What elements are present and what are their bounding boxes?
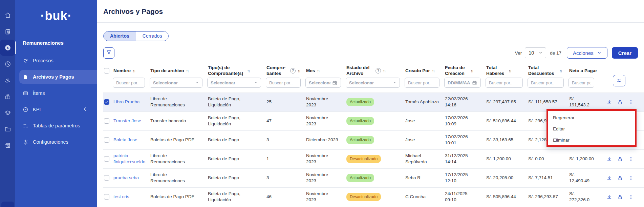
actions-button-label: Acciones xyxy=(573,50,594,56)
sidebar-item--tems[interactable]: Ítems xyxy=(19,86,97,100)
row-checkbox[interactable] xyxy=(104,137,109,143)
sidebar-item-tablas-de-par-metros[interactable]: Tablas de parámetros xyxy=(19,119,97,132)
rail-item-hand-heart[interactable] xyxy=(0,72,15,88)
help-icon[interactable]: ? xyxy=(375,68,381,74)
kebab-icon[interactable] xyxy=(628,99,634,105)
estado-filter-select[interactable]: Seleccionar xyxy=(346,78,400,88)
rail-item-partial[interactable] xyxy=(1,202,14,207)
chevron-left-icon[interactable] xyxy=(82,106,88,113)
page-size-select[interactable]: 10 xyxy=(525,47,546,58)
row-actions xyxy=(600,194,641,200)
chevron-down-icon xyxy=(597,51,601,55)
menu-item-regenerar[interactable]: Regenerar xyxy=(548,112,635,123)
rail-item-clock[interactable] xyxy=(0,56,15,72)
filter-button[interactable] xyxy=(103,47,114,59)
status-badge: Actualizado xyxy=(346,98,374,106)
column-header-nombre: Nombre xyxy=(113,68,131,74)
chevron-down-icon xyxy=(539,51,542,55)
rail-item-home[interactable] xyxy=(0,7,15,23)
annotation-red-box: RegenerarEditarEliminar xyxy=(546,109,637,147)
menu-item-eliminar[interactable]: Eliminar xyxy=(548,134,635,146)
kebab-icon[interactable] xyxy=(628,156,634,162)
tipo-filter-select[interactable]: Seleccionar xyxy=(150,78,202,88)
sidebar-item-label: Ítems xyxy=(33,90,45,96)
sidebar-item-kpi[interactable]: KPI xyxy=(19,103,97,116)
compro-filter-input[interactable] xyxy=(266,78,301,88)
cell-compro: 46 xyxy=(266,187,305,206)
table-row: prueba sebaLibro de RemuneracionesBoleta… xyxy=(103,168,644,187)
lock-icon[interactable] xyxy=(617,175,623,181)
tab-abiertos[interactable]: Abiertos xyxy=(104,32,136,41)
nombre-filter-input[interactable] xyxy=(113,78,145,88)
kebab-icon[interactable] xyxy=(628,194,634,200)
file-name-link[interactable]: Libro Prueba xyxy=(113,99,139,104)
storefront-icon xyxy=(4,142,11,149)
sidebar-item-configuraciones[interactable]: Configuraciones xyxy=(19,135,97,149)
row-checkbox[interactable] xyxy=(104,194,109,200)
rail-item-coin-dollar[interactable]: $ xyxy=(0,40,15,56)
file-name-link[interactable]: test cris xyxy=(113,194,129,199)
download-icon[interactable] xyxy=(606,156,612,162)
sort-icon[interactable]: ↑↓ xyxy=(471,69,473,73)
rail-item-folder[interactable] xyxy=(0,121,15,137)
cell-haberes: S/. 33,163.65 xyxy=(486,130,528,149)
tab-cerrados[interactable]: Cerrados xyxy=(136,32,169,41)
sort-icon[interactable]: ↑↓ xyxy=(247,69,250,73)
actions-button[interactable]: Acciones xyxy=(567,47,607,59)
sort-icon[interactable]: ↑↓ xyxy=(298,69,300,73)
sort-icon[interactable]: ↑↓ xyxy=(383,69,385,73)
creado-filter-input[interactable] xyxy=(405,78,439,88)
tipos-filter-select[interactable]: Seleccionar xyxy=(207,78,261,88)
descuentos-filter-input[interactable] xyxy=(528,78,564,88)
row-checkbox[interactable] xyxy=(104,99,109,105)
rail-item-storefront[interactable] xyxy=(0,137,15,153)
rail-item-graduation-cap[interactable] xyxy=(0,105,15,121)
fecha-filter-datepicker[interactable]: DD/MM/AAAA xyxy=(444,78,481,88)
column-settings-button[interactable] xyxy=(613,75,625,86)
kebab-icon[interactable] xyxy=(628,175,634,181)
file-name-link[interactable]: Boleta Jose xyxy=(113,137,137,142)
sort-icon[interactable]: ↑↓ xyxy=(133,69,135,73)
lock-icon[interactable] xyxy=(617,156,623,162)
neto-filter-input[interactable] xyxy=(568,78,594,88)
sidebar-item-procesos[interactable]: Procesos xyxy=(19,54,97,67)
sort-icon[interactable]: ↑↓ xyxy=(317,69,319,73)
cell-creado: Jose xyxy=(405,130,444,149)
mes-filter-datepicker[interactable]: Seleccionar xyxy=(305,78,341,88)
sidebar-item-archivos-y-pagos[interactable]: Archivos y Pagos xyxy=(19,70,97,84)
cell-tipos: Boleta de Pago xyxy=(207,130,266,149)
download-icon[interactable] xyxy=(606,99,612,105)
select-all-checkbox[interactable] xyxy=(104,68,109,74)
download-icon[interactable] xyxy=(606,194,612,200)
total-count-label: de 17 xyxy=(550,50,561,56)
sort-icon[interactable]: ↑↓ xyxy=(509,69,511,73)
clipboard-clock-icon xyxy=(4,28,11,35)
row-actions xyxy=(600,99,641,105)
cell-tipos: Boleta de Pago, Liquidación xyxy=(207,111,266,130)
column-header-haberes: Total Haberes xyxy=(486,65,507,77)
help-icon[interactable]: ? xyxy=(290,68,296,74)
filter-placeholder: Seleccionar xyxy=(309,80,330,85)
download-icon[interactable] xyxy=(606,175,612,181)
file-name-link[interactable]: Transfer Jose xyxy=(113,118,141,123)
lock-icon[interactable] xyxy=(617,194,623,200)
create-button[interactable]: Crear xyxy=(612,47,638,59)
cell-mes: Diciembre 2023 xyxy=(305,130,346,149)
column-header-mes: Mes xyxy=(306,68,315,74)
row-checkbox[interactable] xyxy=(104,175,109,181)
sort-icon[interactable]: ↑↓ xyxy=(432,69,434,73)
file-name-link[interactable]: patricia finiquito+sueldo xyxy=(113,153,145,164)
menu-item-editar[interactable]: Editar xyxy=(548,123,635,134)
cell-haberes: S/. 1,200.00 xyxy=(486,149,528,168)
row-checkbox[interactable] xyxy=(104,156,109,162)
lock-icon[interactable] xyxy=(617,99,623,105)
hand-heart-icon xyxy=(4,77,11,84)
file-name-link[interactable]: prueba seba xyxy=(113,175,139,180)
rail-item-gift[interactable] xyxy=(0,88,15,105)
cell-neto: S/. 12,490.49 xyxy=(568,168,599,187)
haberes-filter-input[interactable] xyxy=(486,78,523,88)
rail-item-clipboard-clock[interactable] xyxy=(0,23,15,40)
sort-icon[interactable]: ↑↓ xyxy=(559,69,562,73)
sort-icon[interactable]: ↑↓ xyxy=(186,69,189,73)
row-checkbox[interactable] xyxy=(104,118,109,124)
